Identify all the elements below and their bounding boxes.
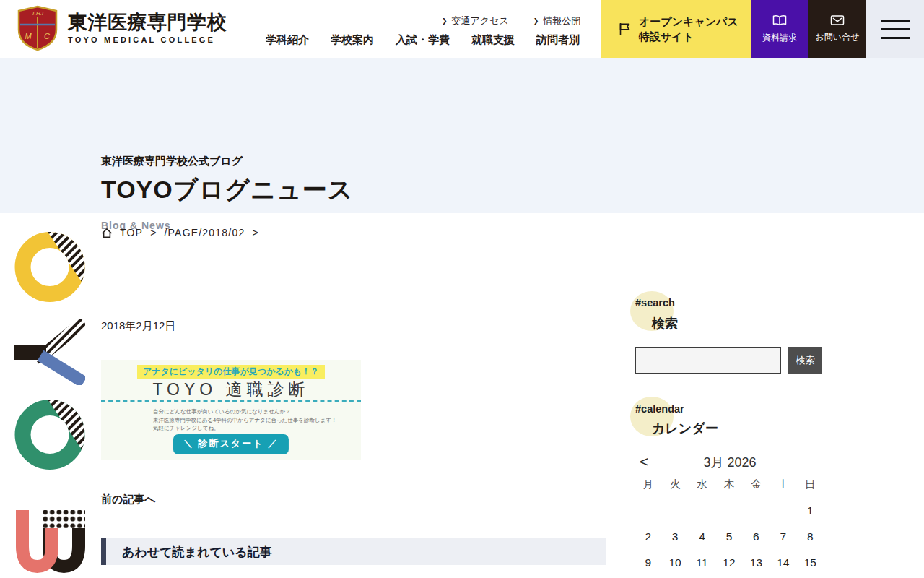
crest-c: C [44,32,50,40]
banner-description-line1: 自分にどんな仕事が向いているのか気になりませんか？ [153,407,336,416]
breadcrumb-separator: > [150,227,157,238]
calendar-day: 15 [797,556,824,569]
link-disclosure-label: 情報公開 [543,14,580,27]
calendar-week-row: 9 10 11 12 13 14 15 [635,556,824,569]
search-heading: 検索 [652,315,678,332]
breadcrumb-separator: > [252,227,258,238]
nav-item-school-guide[interactable]: 学校案内 [331,33,374,47]
deco-letter-y [14,319,85,385]
calendar-day [715,504,742,517]
school-name: 東洋医療専門学校 [68,12,227,33]
calendar-day: 8 [797,530,824,543]
school-logo[interactable]: T.H.I M C 東洋医療専門学校 TOYO MEDICAL COLLEGE [16,5,227,51]
nav-item-career-support[interactable]: 就職支援 [471,33,515,47]
hamburger-bar [881,37,910,39]
breadcrumb-path[interactable]: /PAGE/2018/02 [165,227,245,238]
calendar-weekday: 水 [689,478,715,491]
search-input[interactable] [635,347,781,374]
calendar-week-row: 2 3 4 5 6 7 8 [635,530,824,543]
deco-letter-o-green [14,400,85,470]
calendar-weekday: 土 [770,478,796,491]
calendar-day: 3 [661,530,688,543]
main-nav: 学科紹介 学校案内 入試・学費 就職支援 訪問者別 [266,33,580,47]
related-articles-heading-band: あわせて読まれている記事 [101,538,606,565]
previous-article-link[interactable]: 前の記事へ [101,493,156,506]
chevron-right-icon: ❯ [533,18,539,25]
school-name-en: TOYO MEDICAL COLLEGE [68,35,227,44]
hero-banner: 東洋医療専門学校公式ブログ TOYOブログニュース Blog & News [0,58,924,213]
calendar-day: 5 [715,530,742,543]
link-access[interactable]: ❯ 交通アクセス [442,14,509,27]
calendar-weekday-row: 月 火 水 木 金 土 日 [635,478,824,491]
hamburger-bar [881,28,910,30]
calendar-day: 6 [743,530,770,543]
calendar-day: 13 [743,556,770,569]
calendar-day: 10 [661,556,688,569]
calendar-weekday: 木 [715,478,742,491]
calendar-day [635,504,661,517]
deco-letter-w [14,509,85,575]
deco-letter-o-yellow [14,232,85,302]
calendar-day [689,504,715,517]
link-disclosure[interactable]: ❯ 情報公開 [533,14,581,27]
calendar-week-row: 1 [635,504,824,517]
calendar-weekday: 火 [661,478,688,491]
calendar-day: 11 [689,556,715,569]
calendar-day: 7 [770,530,796,543]
open-campus-line1: オープンキャンパス [639,14,738,29]
banner-description-line2: 東洋医療専門学校にある4学科の中からアナタに合った仕事を診断します！ [153,416,336,425]
calendar-day: 4 [689,530,715,543]
crest-m: M [25,32,32,40]
nav-item-departments[interactable]: 学科紹介 [266,33,309,47]
calendar-day: 9 [635,556,661,569]
banner-title: TOYO 適職診断 [101,379,361,401]
calendar-day: 1 [797,504,824,517]
home-icon [101,228,113,238]
calendar-weekday: 金 [743,478,770,491]
nav-item-by-visitor[interactable]: 訪問者別 [536,33,580,47]
request-materials-button[interactable]: 資料請求 [751,0,808,58]
crest-initials: T.H.I [32,10,44,17]
header: T.H.I M C 東洋医療専門学校 TOYO MEDICAL COLLEGE … [0,0,924,58]
hamburger-bar [881,20,910,22]
calendar-month-title: 3月 2026 [637,454,823,471]
banner-description-line3: 気軽にチャレンジしてね。 [153,424,336,433]
open-campus-line2: 特設サイト [639,29,738,44]
chevron-right-icon: ❯ [442,18,448,25]
search-button[interactable]: 検索 [788,347,822,374]
open-campus-button[interactable]: オープンキャンパス 特設サイト [601,0,751,58]
calendar-weekday: 月 [635,478,661,491]
hero-subtitle: 東洋医療専門学校公式ブログ [101,155,243,168]
aptitude-test-banner[interactable]: アナタにピッタリの仕事が見つかるかも！？ TOYO 適職診断 自分にどんな仕事が… [101,360,361,460]
request-materials-label: 資料請求 [762,32,797,44]
banner-tagline: アナタにピッタリの仕事が見つかるかも！？ [137,365,325,379]
article-date: 2018年2月12日 [101,319,175,333]
book-icon [772,14,788,27]
calendar-day: 14 [770,556,796,569]
banner-dashed-divider [101,400,361,402]
breadcrumb: TOP > /PAGE/2018/02 > [101,227,259,238]
calendar-header: < 3月 2026 [637,452,823,471]
page: T.H.I M C 東洋医療専門学校 TOYO MEDICAL COLLEGE … [0,0,924,578]
breadcrumb-home[interactable]: TOP [120,227,143,238]
related-articles-heading: あわせて読まれている記事 [122,544,272,561]
envelope-icon [830,14,845,26]
calendar-weekday: 日 [797,478,824,491]
link-access-label: 交通アクセス [452,14,509,27]
page-title: TOYOブログニュース [101,173,354,207]
calendar-day [661,504,688,517]
contact-label: お問い合せ [816,31,860,43]
hamburger-menu-button[interactable] [866,0,924,58]
flag-icon [618,22,631,37]
calendar-day: 12 [715,556,742,569]
heading-accent-bar [101,538,106,565]
diagnosis-start-button[interactable]: ＼ 診断スタート ／ [173,434,289,454]
search-tag: #search [635,297,675,309]
calendar-tag: #calendar [635,403,684,415]
calendar-day [770,504,796,517]
contact-button[interactable]: お問い合せ [808,0,866,58]
nav-item-admissions[interactable]: 入試・学費 [396,33,450,47]
banner-description: 自分にどんな仕事が向いているのか気になりませんか？ 東洋医療専門学校にある4学科… [153,407,336,433]
calendar-day [743,504,770,517]
school-crest-icon: T.H.I M C [16,5,59,51]
